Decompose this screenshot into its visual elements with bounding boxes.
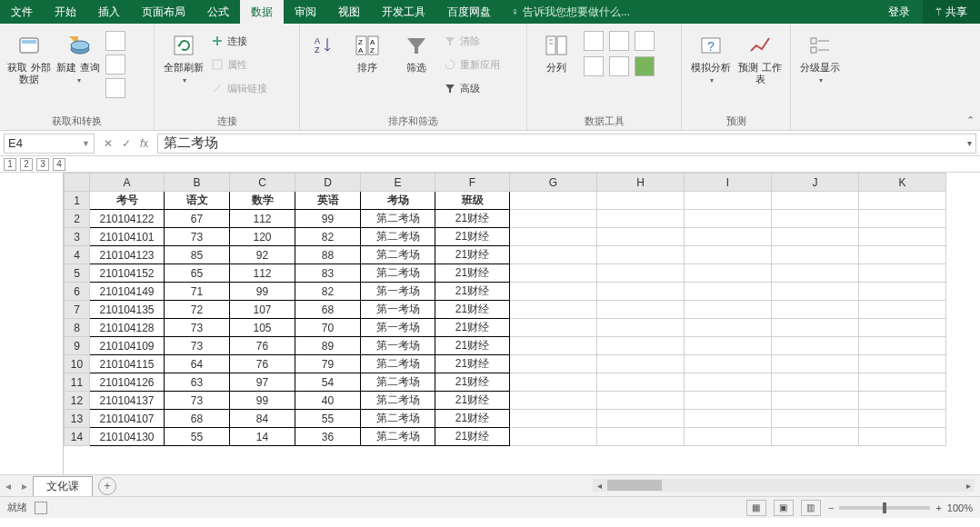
group-label-connections: 连接	[162, 113, 292, 128]
sort-button[interactable]: ZAAZ 排序	[345, 27, 389, 74]
login-button[interactable]: 登录	[875, 0, 923, 24]
formula-input[interactable]: 第二考场 ▾	[157, 134, 976, 154]
table-row[interactable]: 14210104130551436第二考场21财经	[65, 428, 946, 446]
show-queries-button[interactable]	[105, 31, 125, 51]
external-data-icon	[15, 31, 44, 60]
outline-level-2[interactable]: 2	[20, 158, 33, 171]
tab-home[interactable]: 开始	[44, 0, 87, 24]
properties-button[interactable]: 属性	[211, 55, 267, 75]
col-header[interactable]: C	[230, 174, 295, 192]
view-page-break-button[interactable]: ▥	[801, 500, 821, 516]
refresh-all-button[interactable]: 全部刷新	[162, 27, 205, 86]
view-page-layout-button[interactable]: ▣	[774, 500, 794, 516]
table-row[interactable]: 9210104109737689第一考场21财经	[65, 337, 946, 355]
forecast-button[interactable]: 预测 工作表	[738, 27, 782, 85]
col-header[interactable]: K	[859, 174, 946, 192]
tab-view[interactable]: 视图	[327, 0, 371, 24]
cancel-formula-button[interactable]: ✕	[104, 137, 113, 150]
expand-formula-icon[interactable]: ▾	[967, 138, 972, 148]
col-header[interactable]: J	[772, 174, 859, 192]
tab-review[interactable]: 审阅	[284, 0, 327, 24]
col-header[interactable]: G	[510, 174, 597, 192]
table-row[interactable]: 1 考号语文数学英语考场班级	[65, 192, 946, 210]
outline-button[interactable]: 分级显示	[798, 27, 842, 86]
svg-text:Z: Z	[315, 45, 320, 55]
select-all[interactable]	[65, 174, 90, 192]
macro-record-icon[interactable]	[35, 502, 47, 514]
view-normal-button[interactable]: ▦	[746, 500, 766, 516]
outline-level-3[interactable]: 3	[36, 158, 49, 171]
whatif-button[interactable]: ? 模拟分析	[689, 27, 733, 86]
table-row[interactable]: 12210104137739940第二考场21财经	[65, 392, 946, 410]
data-validation-button[interactable]	[635, 31, 655, 51]
reapply-button[interactable]: 重新应用	[444, 55, 500, 75]
tab-data[interactable]: 数据	[240, 0, 284, 24]
sheet-nav-next[interactable]: ▸	[16, 480, 33, 492]
table-row[interactable]: 72101041357210768第一考场21财经	[65, 301, 946, 319]
data-model-button[interactable]	[635, 56, 655, 76]
tab-dev[interactable]: 开发工具	[371, 0, 436, 24]
tab-file[interactable]: 文件	[0, 0, 44, 24]
status-text: 就绪	[7, 501, 27, 514]
outline-level-4[interactable]: 4	[53, 158, 65, 171]
col-header[interactable]: B	[165, 174, 230, 192]
name-box[interactable]: E4 ▼	[4, 134, 95, 154]
remove-dup-button[interactable]	[609, 31, 629, 51]
consolidate-button[interactable]	[584, 56, 604, 76]
fx-button[interactable]: fx	[140, 137, 148, 150]
zoom-out-button[interactable]: −	[828, 502, 834, 513]
col-header[interactable]: H	[597, 174, 685, 192]
get-external-data-button[interactable]: 获取 外部数据	[7, 27, 51, 85]
table-row[interactable]: 13210104107688455第二考场21财经	[65, 410, 946, 428]
zoom-value[interactable]: 100%	[947, 502, 973, 513]
zoom-slider[interactable]	[839, 506, 930, 510]
advanced-filter-button[interactable]: 高级	[444, 78, 500, 98]
svg-text:A: A	[370, 38, 375, 46]
new-query-button[interactable]: 新建 查询	[56, 27, 100, 86]
tell-me-label: 告诉我您想要做什么...	[523, 5, 630, 20]
svg-rect-26	[811, 47, 816, 53]
sheet-tab[interactable]: 文化课	[33, 476, 93, 496]
tab-baidu[interactable]: 百度网盘	[436, 0, 502, 24]
group-label-forecast: 预测	[689, 113, 783, 128]
outline-level-1[interactable]: 1	[4, 158, 16, 171]
col-header[interactable]: A	[90, 174, 165, 192]
relationships-button[interactable]	[609, 56, 629, 76]
col-header[interactable]: F	[435, 174, 510, 192]
table-row[interactable]: 22101041226711299第二考场21财经	[65, 210, 946, 228]
confirm-formula-button[interactable]: ✓	[122, 137, 131, 150]
recent-sources-button[interactable]	[105, 78, 125, 98]
clear-filter-button[interactable]: 清除	[444, 31, 500, 51]
connections-button[interactable]: 连接	[211, 31, 267, 51]
table-row[interactable]: 10210104115647679第二考场21财经	[65, 355, 946, 373]
collapse-ribbon-button[interactable]: ⌃	[966, 114, 975, 126]
sort-az-button[interactable]: AZ	[307, 27, 340, 60]
table-row[interactable]: 4210104123859288第二考场21财经	[65, 246, 946, 264]
flash-fill-button[interactable]	[584, 31, 604, 51]
table-row[interactable]: 32101041017312082第二考场21财经	[65, 228, 946, 246]
col-header[interactable]: E	[361, 174, 435, 192]
add-sheet-button[interactable]: +	[98, 477, 116, 495]
share-button[interactable]: ⍡ 共享	[923, 0, 980, 24]
tab-layout[interactable]: 页面布局	[131, 0, 196, 24]
horizontal-scrollbar[interactable]: ◂▸	[593, 479, 975, 492]
text-to-columns-button[interactable]: 分列	[535, 27, 578, 74]
filter-button[interactable]: 筛选	[395, 27, 438, 74]
sheet-nav-prev[interactable]: ◂	[0, 480, 16, 492]
table-row[interactable]: 11210104126639754第二考场21财经	[65, 373, 946, 392]
col-header[interactable]: D	[295, 174, 361, 192]
tab-formula[interactable]: 公式	[196, 0, 240, 24]
spreadsheet-grid[interactable]: A B C D E F G H I J K 1 考号语文数学英语考场班级 221…	[64, 173, 946, 446]
name-box-value: E4	[8, 136, 23, 150]
tab-insert[interactable]: 插入	[87, 0, 131, 24]
from-table-button[interactable]	[105, 55, 125, 75]
chevron-down-icon[interactable]: ▼	[82, 139, 90, 148]
tell-me[interactable]: ♀ 告诉我您想要做什么...	[502, 0, 639, 24]
outline-gutter[interactable]	[0, 173, 64, 474]
col-header[interactable]: I	[685, 174, 772, 192]
table-row[interactable]: 52101041526511283第二考场21财经	[65, 264, 946, 283]
table-row[interactable]: 6210104149719982第一考场21财经	[65, 283, 946, 301]
zoom-in-button[interactable]: +	[935, 502, 941, 513]
table-row[interactable]: 82101041287310570第一考场21财经	[65, 319, 946, 337]
edit-links-button[interactable]: 编辑链接	[211, 78, 267, 98]
